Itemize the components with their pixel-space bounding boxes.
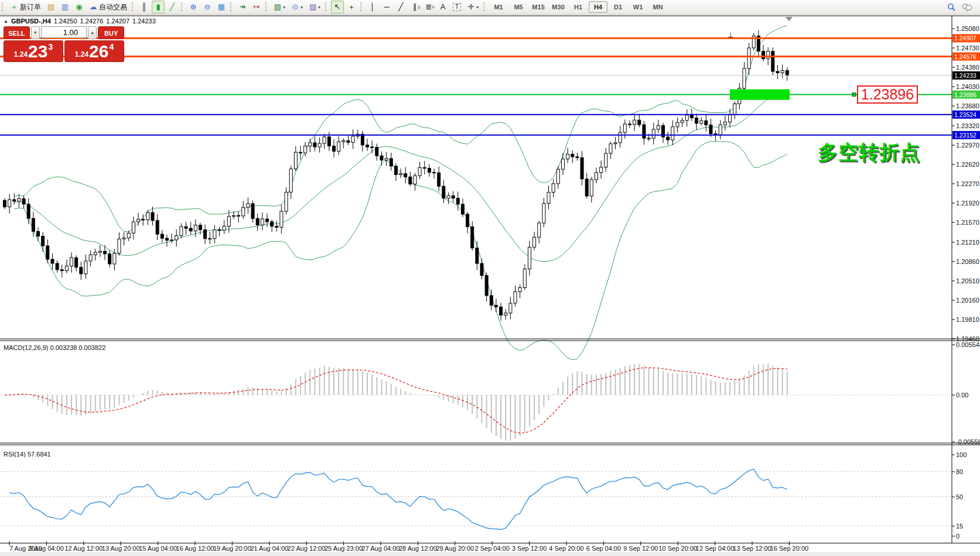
toolbar-grip[interactable] (265, 2, 268, 12)
toolbar-grip[interactable] (132, 2, 135, 12)
fibonacci-icon: ≣F (425, 2, 433, 12)
trendline-button[interactable]: ╱ (394, 1, 407, 13)
callout-anchor-handle[interactable] (852, 93, 856, 97)
auto-scroll-button[interactable]: ↠ (236, 1, 249, 13)
price-callout-box[interactable]: 1.23896 (857, 85, 918, 104)
timeframe-h4-button[interactable]: H4 (589, 1, 607, 13)
news-signal-icon[interactable]: ◉ (73, 1, 86, 13)
timeframe-w1-button[interactable]: W1 (629, 1, 647, 13)
candle-body (590, 180, 593, 196)
candle-body (676, 122, 679, 127)
new-chart-button[interactable]: ▧▾ (271, 1, 288, 13)
chart-shift-button[interactable]: ↦ (250, 1, 263, 13)
toolbar-grip[interactable] (230, 2, 233, 12)
chart-canvas[interactable]: ⊥1.250801.247301.243801.240301.236801.23… (0, 0, 980, 556)
templates-button[interactable]: ▨▾ (306, 1, 323, 13)
horizontal-line-button[interactable]: ─ (380, 1, 393, 13)
candle-body (466, 214, 469, 226)
toolbar: ＋新订单▤▥◉☁自动交易║▮╱⊕⊖▦↠↦▧▾⊙▾▨▾↖＋│─╱∥E≣FAT✛▾ … (0, 0, 980, 15)
candle-body (261, 219, 264, 225)
chart-shift-marker-icon[interactable] (786, 17, 793, 21)
vertical-line-icon: │ (368, 2, 377, 12)
autotrade-button[interactable]: ☁自动交易 (87, 1, 129, 13)
candle-body (209, 238, 211, 239)
candle-body (289, 169, 292, 193)
text-icon: A (439, 2, 447, 12)
vertical-line-button[interactable]: │ (366, 1, 379, 13)
candle-body (213, 230, 216, 239)
toolbar-grip[interactable] (360, 2, 363, 12)
candle-body (418, 167, 421, 176)
timeframe-mn-button[interactable]: MN (648, 1, 667, 13)
candle-body (514, 291, 517, 303)
news-signal-icon-icon: ◉ (75, 2, 83, 12)
volume-input[interactable] (41, 26, 87, 38)
time-axis-label: 22 Aug 12:00 (288, 545, 326, 552)
channel-button[interactable]: ∥E (408, 1, 421, 13)
toolbar-grip[interactable] (2, 2, 5, 12)
line-chart-button[interactable]: ╱ (166, 1, 179, 13)
chat-button[interactable] (959, 1, 975, 13)
zoom-in-button[interactable]: ⊕ (187, 1, 200, 13)
candle-body (361, 134, 364, 145)
timeframe-d1-button[interactable]: D1 (609, 1, 627, 13)
price-tick-label: 1.24730 (956, 44, 979, 52)
sell-button[interactable]: SELL (4, 26, 30, 39)
chevron-down-icon: ▾ (283, 5, 285, 10)
timeframe-m15-button[interactable]: M15 (529, 1, 548, 13)
volume-decrease-button[interactable]: ▼ (31, 26, 40, 39)
candle-body (600, 167, 603, 173)
candle-body (504, 313, 507, 315)
timeframe-m30-button[interactable]: M30 (549, 1, 568, 13)
ohlc-low: 1.24207 (106, 18, 129, 25)
tile-windows-button[interactable]: ▦ (215, 1, 228, 13)
buy-button[interactable]: BUY (98, 26, 124, 39)
text-button[interactable]: A (436, 1, 449, 13)
tile-windows-icon: ▦ (217, 2, 226, 12)
timeframe-h1-button[interactable]: H1 (569, 1, 588, 13)
candle-body (762, 51, 765, 59)
symbol-name: GBPUSD-,H4 (11, 18, 51, 25)
arrows-button[interactable]: ✛▾ (465, 1, 481, 13)
candle-body (275, 226, 278, 228)
candlestick-chart-button[interactable]: ▮ (152, 1, 165, 13)
market-watch-icon[interactable]: ▥ (59, 1, 71, 13)
candlestick-chart-icon: ▮ (154, 2, 162, 12)
zoom-out-button[interactable]: ⊖ (201, 1, 214, 13)
candle-body (280, 211, 283, 227)
time-axis-label: 3 Sep 12:00 (512, 545, 547, 552)
candle-body (294, 152, 297, 169)
candle-body (375, 147, 378, 156)
crosshair-button[interactable]: ＋ (345, 1, 358, 13)
candle-body (409, 177, 412, 184)
sell-quote-button[interactable]: 1.24 23 3 (4, 40, 63, 62)
candle-body (733, 104, 736, 114)
buy-price-fraction: 1.24 (75, 50, 88, 59)
cursor-button[interactable]: ↖ (331, 1, 344, 13)
new-order-button[interactable]: ＋新订单 (8, 1, 43, 13)
toolbar-grip[interactable] (181, 2, 184, 12)
candle-body (285, 192, 288, 211)
macd-signal-value: 0.003822 (78, 344, 105, 351)
green-zone-rectangle[interactable] (730, 90, 790, 100)
market-watch-icon-icon: ▥ (61, 2, 69, 12)
chinese-note-text[interactable]: 多空转折点 (818, 139, 920, 166)
chart-shift-icon: ↦ (252, 2, 261, 12)
search-button[interactable] (945, 1, 958, 13)
buy-quote-button[interactable]: 1.24 26 4 (64, 40, 124, 62)
timeframe-m5-button[interactable]: M5 (509, 1, 528, 13)
toolbar-grip[interactable] (483, 2, 486, 12)
volume-increase-button[interactable]: ▲ (88, 26, 97, 39)
oneclick-collapse-arrow[interactable]: ▲ (4, 19, 8, 24)
candle-body (46, 246, 49, 259)
fibonacci-button[interactable]: ≣F (422, 1, 435, 13)
candle-body (404, 174, 407, 177)
candle-body (685, 115, 688, 121)
candle-body (132, 222, 135, 233)
bar-chart-button[interactable]: ║ (138, 1, 151, 13)
periods-button[interactable]: ⊙▾ (289, 1, 305, 13)
text-label-button[interactable]: T (450, 1, 463, 13)
toolbar-grip[interactable] (325, 2, 328, 12)
timeframe-m1-button[interactable]: M1 (489, 1, 508, 13)
chart-profile-icon[interactable]: ▤ (45, 1, 57, 13)
